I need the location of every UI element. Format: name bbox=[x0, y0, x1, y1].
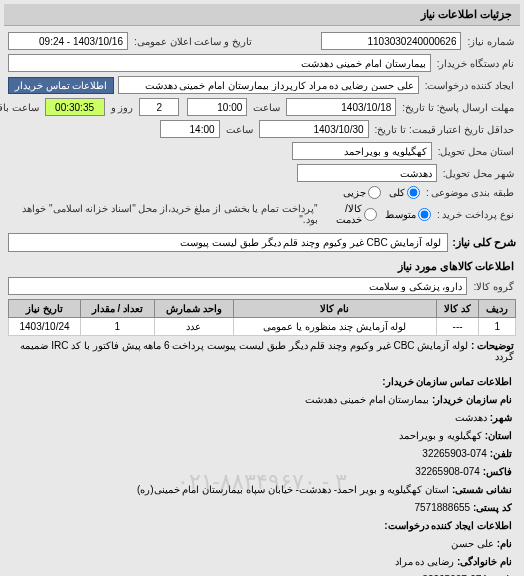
label-product-group: گروه کالا: bbox=[471, 281, 516, 292]
radio-credit-label: کالا/خدمت bbox=[322, 203, 362, 225]
contact-info-section: ۰۲۱-۸۸۳۴۹۶۷۰ - ۳ اطلاعات تماس سازمان خری… bbox=[8, 366, 516, 576]
deadline-date-field[interactable] bbox=[286, 98, 396, 116]
label-province2: استان: bbox=[485, 430, 512, 441]
cell-unit: عدد bbox=[154, 318, 233, 336]
validity-date-field[interactable] bbox=[259, 120, 369, 138]
time-remaining-field bbox=[45, 98, 105, 116]
cell-date: 1403/10/24 bbox=[9, 318, 81, 336]
radio-credit[interactable]: کالا/خدمت bbox=[322, 203, 377, 225]
th-date: تاریخ نیاز bbox=[9, 300, 81, 318]
postal-value: 7571888655 bbox=[414, 502, 470, 513]
table-row[interactable]: 1 --- لوله آزمایش چند منظوره یا عمومی عد… bbox=[9, 318, 516, 336]
label-time2: ساعت bbox=[224, 124, 255, 135]
org-name-value: بیمارستان امام خمینی دهدشت bbox=[305, 394, 429, 405]
label-family: نام خانوادگی: bbox=[457, 556, 512, 567]
label-postal: کد پستی: bbox=[473, 502, 512, 513]
product-group-field[interactable] bbox=[8, 277, 467, 295]
label-main-desc: شرح کلی نیاز: bbox=[452, 236, 516, 249]
province-field[interactable] bbox=[292, 142, 432, 160]
cell-qty: 1 bbox=[81, 318, 155, 336]
fax-value: 074-32265908 bbox=[415, 466, 480, 477]
table-header-row: ردیف کد کالا نام کالا واحد شمارش تعداد /… bbox=[9, 300, 516, 318]
explain-text: لوله آزمایش CBC غیر وکیوم وچند قلم دیگر … bbox=[20, 340, 514, 362]
announce-datetime-field[interactable] bbox=[8, 32, 128, 50]
buyer-org-field[interactable] bbox=[8, 54, 431, 72]
label-validity: حداقل تاریخ اعتبار قیمت: تا تاریخ: bbox=[373, 124, 516, 135]
radio-partial[interactable]: جزیی bbox=[343, 186, 381, 199]
radio-all-label: کلی bbox=[389, 187, 405, 198]
contact-button[interactable]: اطلاعات تماس خریدار bbox=[8, 77, 114, 94]
th-name: نام کالا bbox=[233, 300, 436, 318]
label-buyer-org: نام دستگاه خریدار: bbox=[435, 58, 516, 69]
subject-radio-group: کلی جزیی bbox=[343, 186, 420, 199]
city-value: دهدشت bbox=[455, 412, 487, 423]
label-days: روز و bbox=[109, 102, 136, 113]
radio-partial-label: جزیی bbox=[343, 187, 366, 198]
cell-name: لوله آزمایش چند منظوره یا عمومی bbox=[233, 318, 436, 336]
label-address: نشانی شستی: bbox=[452, 484, 512, 495]
label-req-number: شماره نیاز: bbox=[465, 36, 516, 47]
req-number-field[interactable] bbox=[321, 32, 461, 50]
label-deadline: مهلت ارسال پاسخ: تا تاریخ: bbox=[400, 102, 516, 113]
payment-note: "پرداخت تمام یا بخشی از مبلغ خرید،از محل… bbox=[8, 203, 318, 225]
main-desc-field: لوله آزمایش CBC غیر وکیوم وچند قلم دیگر … bbox=[8, 233, 448, 252]
family-value: رضایی ده مراد bbox=[395, 556, 455, 567]
label-province: استان محل تحویل: bbox=[436, 146, 516, 157]
label-city: شهر محل تحویل: bbox=[441, 168, 516, 179]
label-city2: شهر: bbox=[490, 412, 512, 423]
radio-mid-label: متوسط bbox=[385, 209, 416, 220]
label-announce: تاریخ و ساعت اعلان عمومی: bbox=[132, 36, 254, 47]
radio-all[interactable]: کلی bbox=[389, 186, 420, 199]
radio-mid[interactable]: متوسط bbox=[385, 208, 431, 221]
creator-field[interactable] bbox=[118, 76, 419, 94]
label-creator-section: اطلاعات ایجاد کننده درخواست: bbox=[384, 520, 512, 531]
label-payment-type: نوع پرداخت خرید : bbox=[435, 209, 516, 220]
radio-credit-input[interactable] bbox=[364, 208, 377, 221]
address-value: استان کهگیلویه و بویر احمد- دهدشت- خیابا… bbox=[137, 484, 449, 495]
phone-value: 074-32265903 bbox=[422, 448, 487, 459]
name-value: علی حسن bbox=[451, 538, 494, 549]
items-section-header: اطلاعات کالاهای مورد نیاز bbox=[8, 256, 516, 277]
days-remaining-field bbox=[139, 98, 179, 116]
section-header: جزئیات اطلاعات نیاز bbox=[4, 4, 520, 26]
radio-mid-input[interactable] bbox=[418, 208, 431, 221]
label-name: نام: bbox=[497, 538, 512, 549]
cell-code: --- bbox=[436, 318, 479, 336]
province-value: کهگیلویه و بویراحمد bbox=[399, 430, 482, 441]
radio-all-input[interactable] bbox=[407, 186, 420, 199]
payment-radio-group: متوسط کالا/خدمت bbox=[322, 203, 431, 225]
items-table: ردیف کد کالا نام کالا واحد شمارش تعداد /… bbox=[8, 299, 516, 336]
radio-partial-input[interactable] bbox=[368, 186, 381, 199]
label-fax: فاکس: bbox=[483, 466, 512, 477]
deadline-time-field[interactable] bbox=[187, 98, 247, 116]
th-qty: تعداد / مقدار bbox=[81, 300, 155, 318]
label-subject-cat: طبقه بندی موضوعی : bbox=[424, 187, 516, 198]
cell-row: 1 bbox=[479, 318, 516, 336]
label-phone: تلفن: bbox=[490, 448, 512, 459]
label-time1: ساعت bbox=[251, 102, 282, 113]
th-unit: واحد شمارش bbox=[154, 300, 233, 318]
th-row: ردیف bbox=[479, 300, 516, 318]
th-code: کد کالا bbox=[436, 300, 479, 318]
city-field[interactable] bbox=[297, 164, 437, 182]
label-org-name: نام سازمان خریدار: bbox=[432, 394, 512, 405]
label-remaining: ساعت باقی مانده bbox=[0, 102, 41, 113]
label-explain: توضیحات : bbox=[471, 340, 514, 351]
label-creator: ایجاد کننده درخواست: bbox=[423, 80, 516, 91]
label-contact-section: اطلاعات تماس سازمان خریدار: bbox=[382, 376, 512, 387]
validity-time-field[interactable] bbox=[160, 120, 220, 138]
